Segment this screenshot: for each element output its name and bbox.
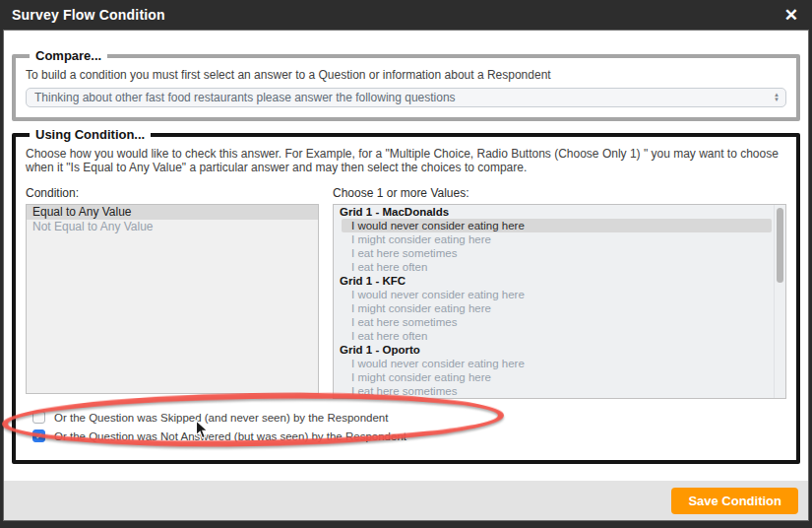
value-option[interactable]: I eat here sometimes: [334, 246, 785, 260]
condition-listbox[interactable]: Equal to Any ValueNot Equal to Any Value: [26, 204, 319, 394]
value-option[interactable]: I would never consider eating here: [342, 219, 772, 232]
dialog-title: Survey Flow Condition: [12, 7, 165, 23]
dialog-footer: Save Condition: [4, 481, 808, 520]
close-icon[interactable]: ✕: [784, 7, 798, 24]
value-option[interactable]: I eat here often: [334, 329, 785, 343]
checkbox-unchecked[interactable]: [32, 411, 45, 424]
values-scrollbar-thumb[interactable]: [777, 208, 783, 283]
value-option[interactable]: I might consider eating here: [334, 232, 785, 246]
value-option[interactable]: I eat here sometimes: [334, 315, 785, 329]
using-condition-instruction: Choose how you would like to check this …: [26, 147, 786, 174]
save-condition-button[interactable]: Save Condition: [671, 488, 798, 514]
question-select[interactable]: Thinking about other fast food restauran…: [26, 88, 786, 107]
checkbox-label: Or the Question was Skipped (and never s…: [54, 412, 388, 424]
values-scrollbar[interactable]: [774, 205, 785, 398]
values-listbox[interactable]: Grid 1 - MacDonaldsI would never conside…: [333, 204, 786, 399]
value-group-header: Grid 1 - KFC: [334, 274, 785, 288]
condition-option[interactable]: Equal to Any Value: [27, 205, 318, 220]
value-option[interactable]: I eat here often: [334, 260, 785, 274]
condition-option[interactable]: Not Equal to Any Value: [27, 220, 318, 234]
checkbox-label: Or the Question was Not Answered (but wa…: [54, 430, 406, 442]
value-option[interactable]: I would never consider eating here: [334, 357, 785, 370]
compare-instruction: To build a condition you must first sele…: [26, 68, 786, 82]
using-condition-section: Using Condition... Choose how you would …: [12, 133, 800, 464]
value-option[interactable]: I might consider eating here: [334, 301, 785, 315]
checkbox-row: ✓Or the Question was Not Answered (but w…: [32, 428, 786, 444]
select-stepper-icon: ▲ ▼: [774, 93, 780, 102]
values-list: Grid 1 - MacDonaldsI would never conside…: [334, 205, 785, 398]
dialog-body: Compare... To build a condition you must…: [3, 30, 809, 521]
dialog-titlebar: Survey Flow Condition ✕: [0, 0, 812, 30]
survey-flow-condition-dialog: Survey Flow Condition ✕ Compare... To bu…: [0, 0, 812, 528]
using-condition-legend: Using Condition...: [30, 127, 151, 142]
checkbox-rows: Or the Question was Skipped (and never s…: [26, 409, 786, 444]
checkbox-row: Or the Question was Skipped (and never s…: [32, 409, 786, 426]
checkbox-checked[interactable]: ✓: [32, 429, 45, 442]
compare-section: Compare... To build a condition you must…: [12, 54, 800, 121]
value-group-header: Grid 1 - Oporto: [334, 343, 785, 357]
value-option[interactable]: I might consider eating here: [334, 370, 785, 384]
question-select-value: Thinking about other fast food restauran…: [34, 91, 456, 104]
compare-legend: Compare...: [30, 48, 107, 63]
value-group-header: Grid 1 - MacDonalds: [334, 205, 785, 219]
condition-label: Condition:: [26, 186, 319, 200]
values-label: Choose 1 or more Values:: [333, 186, 786, 200]
value-option[interactable]: I would never consider eating here: [334, 288, 785, 301]
value-option[interactable]: I eat here sometimes: [334, 384, 785, 398]
stepper-down-icon: ▼: [774, 98, 780, 102]
